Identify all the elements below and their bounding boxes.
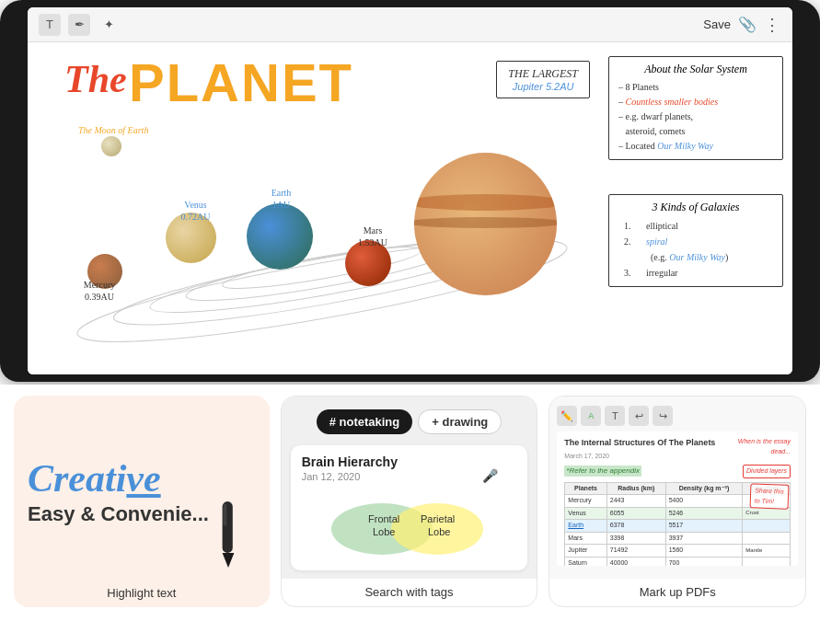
mars-label: Mars1.53AU — [350, 224, 396, 248]
table-row: Jupiter714921560Mantle — [565, 545, 791, 558]
svg-text:Lobe: Lobe — [428, 526, 450, 537]
bottom-section: Creative Easy & Convenie... Highlight te… — [0, 385, 820, 644]
largest-title: THE LARGEST — [508, 67, 578, 81]
pdf-doc-title: The Internal Structures Of The Planets — [564, 437, 715, 450]
moon-label: The Moon of Earth — [78, 125, 148, 135]
notetaking-tag[interactable]: # notetaking — [317, 409, 413, 434]
tool-pen-icon[interactable]: ✒ — [68, 14, 90, 36]
table-row: Earth63785517 — [565, 520, 791, 533]
svg-text:Parietal: Parietal — [421, 513, 455, 524]
easy-label: Easy & Convenie... — [28, 502, 209, 526]
venus-label: Venus0.72AU — [170, 199, 221, 223]
earth-label: Earth1AU — [256, 187, 306, 211]
pdf-pen-icon[interactable]: ✏️ — [557, 406, 577, 426]
note-title: Brain Hierarchy — [302, 454, 517, 469]
tablet-frame: T ✒ ✦ Save 📎 ⋮ The PLANET THE LARGES — [0, 0, 820, 382]
note-card-mini: Brain Hierarchy Jan 12, 2020 🎤 Frontal L… — [291, 445, 528, 570]
attach-icon[interactable]: 📎 — [738, 16, 756, 33]
pdf-highlight-icon[interactable]: A — [581, 406, 601, 426]
save-button[interactable]: Save — [703, 17, 731, 31]
galaxies-title: 3 Kinds of Galaxies — [618, 201, 773, 214]
svg-text:Frontal: Frontal — [368, 513, 399, 524]
drawing-tag[interactable]: + drawing — [418, 409, 502, 434]
about-title: About the Solar System — [618, 63, 773, 76]
table-row: Saturn40000700 — [565, 557, 791, 566]
highlight-text-card: Creative Easy & Convenie... Highlight te… — [14, 396, 270, 607]
galaxies-box: 3 Kinds of Galaxies elliptical spiral (e… — [608, 194, 783, 287]
galaxies-list: elliptical spiral (e.g. Our Milky Way) i… — [618, 218, 773, 281]
highlight-text-label: Highlight text — [14, 586, 270, 600]
moon-planet — [101, 136, 121, 156]
largest-box: THE LARGEST Jupiter 5.2AU — [496, 61, 590, 98]
search-card-content: # notetaking + drawing Brain Hierarchy J… — [282, 397, 537, 579]
pdf-undo-icon[interactable]: ↩ — [629, 406, 649, 426]
tablet-screen: T ✒ ✦ Save 📎 ⋮ The PLANET THE LARGES — [28, 7, 792, 374]
table-row: Mars33983937 — [565, 532, 791, 545]
largest-sub: Jupiter 5.2AU — [508, 81, 578, 92]
svg-text:Lobe: Lobe — [373, 526, 395, 537]
title-the: The — [64, 57, 127, 101]
svg-marker-6 — [222, 553, 234, 568]
pdf-highlight-text: *Refer to the appendix — [564, 466, 641, 477]
pdf-text-icon[interactable]: T — [605, 406, 625, 426]
creative-label: Creative — [28, 459, 161, 498]
canvas-area: The PLANET THE LARGEST Jupiter 5.2AU The… — [28, 42, 792, 374]
share-annotation: Share thisto Tim! — [750, 483, 789, 509]
pdf-card-content: ✏️ A T ↩ ↪ The Internal Structures Of Th… — [549, 397, 805, 579]
svg-rect-7 — [223, 503, 226, 525]
pdf-doc-date: March 17, 2020 — [564, 452, 715, 462]
pdf-redo-icon[interactable]: ↪ — [653, 406, 673, 426]
search-with-tags-card: # notetaking + drawing Brain Hierarchy J… — [281, 396, 538, 607]
stylus-icon — [201, 498, 256, 575]
pdf-divided-label: Divided layers — [743, 465, 791, 478]
jupiter-planet — [414, 153, 557, 295]
pdf-comment: When is the essay dead... — [717, 437, 791, 456]
pdf-toolbar: ✏️ A T ↩ ↪ — [557, 406, 798, 426]
toolbar: T ✒ ✦ Save 📎 ⋮ — [28, 7, 792, 42]
search-tags-label: Search with tags — [282, 585, 537, 599]
about-list: – 8 Planets – Countless smaller bodies –… — [618, 80, 773, 154]
mercury-label: Mercury0.39AU — [72, 279, 127, 303]
tags-row: # notetaking + drawing — [317, 409, 502, 434]
tool-shape-icon[interactable]: ✦ — [98, 14, 120, 36]
markup-pdfs-card: ✏️ A T ↩ ↪ The Internal Structures Of Th… — [549, 396, 806, 607]
about-solar-system-box: About the Solar System – 8 Planets – Cou… — [608, 56, 783, 160]
note-lobes: Frontal Lobe Parietal Lobe — [302, 488, 517, 561]
title-planet: PLANET — [129, 52, 353, 113]
markup-pdfs-label: Mark up PDFs — [549, 585, 805, 599]
pdf-content: The Internal Structures Of The Planets M… — [557, 431, 798, 566]
table-row: Venus60555246Crust — [565, 507, 791, 520]
tool-text-icon[interactable]: T — [39, 14, 61, 36]
earth-planet — [247, 203, 313, 270]
more-options-icon[interactable]: ⋮ — [764, 15, 781, 35]
